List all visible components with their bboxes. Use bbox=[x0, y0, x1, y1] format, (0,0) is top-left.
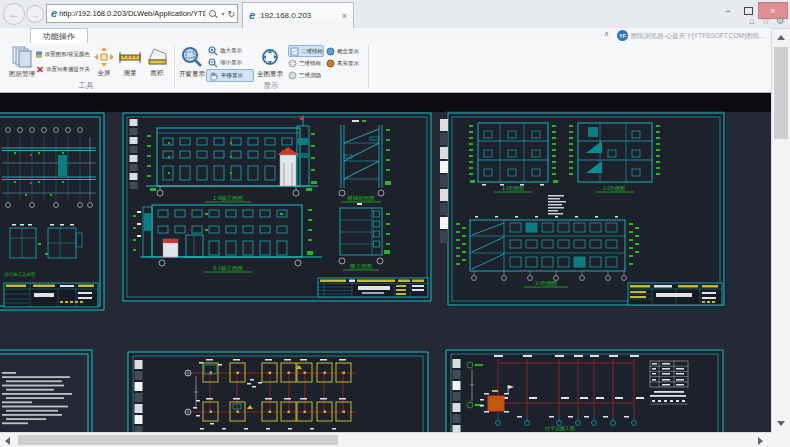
settings-gear-icon[interactable]: ⚙ bbox=[776, 15, 785, 26]
style-2d-wireframe-button[interactable]: 二维线框 bbox=[288, 45, 324, 57]
ribbon-separator bbox=[174, 45, 175, 89]
style-3d-hidden-label: 三维消隐 bbox=[299, 72, 321, 79]
set-osnap-label: 设置对象捕捉开关 bbox=[46, 66, 90, 73]
scroll-up-icon[interactable] bbox=[777, 35, 785, 40]
layer-manage-button[interactable]: 图层管理 bbox=[6, 45, 38, 79]
ribbon-tabstrip: 功能操作 ∧ YF 图纸浏览器-心蓝天下(YTFSSOFT.COM)图纸浏览控件… bbox=[0, 28, 771, 44]
tools-group-label: 工具 bbox=[0, 81, 172, 91]
window-zoom-icon bbox=[180, 45, 204, 69]
quick-icons: ⌂ ☆ ⚙ bbox=[749, 15, 785, 26]
browser-window: ← → e http://192.168.0.203/DLWeb/Applica… bbox=[0, 0, 790, 447]
area-icon bbox=[145, 46, 169, 68]
sheet-b-title-block bbox=[318, 278, 428, 297]
scroll-left-icon[interactable] bbox=[5, 437, 10, 445]
style-realistic-button[interactable]: 真实显示 bbox=[326, 58, 362, 69]
set-bg-color-button[interactable]: 设置图形/背景颜色 bbox=[36, 48, 90, 60]
snap-toggle-icon bbox=[36, 64, 44, 75]
style-3d-wireframe-button[interactable]: 三维线框 bbox=[288, 58, 324, 69]
fullscreen-button[interactable]: 全屏 bbox=[92, 46, 116, 78]
style-3d-hidden-button[interactable]: 三维消隐 bbox=[288, 70, 324, 81]
style-concept-button[interactable]: 概念显示 bbox=[326, 45, 362, 57]
style-concept-label: 概念显示 bbox=[337, 48, 359, 55]
style-realistic-icon bbox=[326, 59, 335, 68]
forward-button[interactable]: → bbox=[26, 5, 44, 23]
tab-close-icon[interactable]: × bbox=[340, 11, 349, 21]
style-3d-hidden-icon bbox=[288, 71, 297, 80]
sheet-c-title-block bbox=[628, 283, 722, 305]
favorites-star-icon[interactable]: ☆ bbox=[761, 15, 770, 26]
sheet-foundation-plan bbox=[128, 352, 428, 432]
zoom-in-label: 放大显示 bbox=[220, 47, 242, 54]
search-icon[interactable] bbox=[209, 10, 216, 17]
maximize-icon bbox=[744, 7, 753, 15]
brand-text: 图纸浏览器-心蓝天下(YTFSSOFT.COM)图纸浏览控件-试用版 bbox=[631, 32, 769, 41]
style-concept-icon bbox=[326, 47, 335, 56]
elevation-2-label: 9-1轴立面图 bbox=[213, 265, 243, 272]
ie-page-icon: e bbox=[51, 8, 57, 19]
canvas-top-band bbox=[0, 93, 771, 112]
pan-label: 平移显示 bbox=[221, 72, 243, 79]
zoom-in-button[interactable]: 放大显示 bbox=[208, 45, 252, 56]
sheet-elevations: 1-9轴立面图 楼梯剖面图 bbox=[122, 112, 432, 302]
pan-hand-icon bbox=[209, 71, 219, 81]
scroll-right-icon[interactable] bbox=[758, 437, 763, 445]
measure-label: 测量 bbox=[124, 69, 137, 78]
ribbon-collapse-icon[interactable]: ∧ bbox=[604, 30, 609, 38]
area-button[interactable]: 面积 bbox=[144, 46, 170, 78]
area-label: 面积 bbox=[151, 69, 164, 78]
forward-icon: → bbox=[30, 9, 40, 20]
window-zoom-label: 开窗显示 bbox=[179, 70, 205, 79]
back-icon: ← bbox=[8, 7, 20, 21]
ie-tab-icon: e bbox=[249, 10, 255, 21]
sheet-column-plan: 柱平法施工图 bbox=[446, 350, 723, 432]
refresh-icon[interactable]: ↻ bbox=[227, 9, 235, 19]
address-bar[interactable]: e http://192.168.0.203/DLWeb/Application… bbox=[46, 4, 238, 23]
set-osnap-button[interactable]: 设置对象捕捉开关 bbox=[36, 63, 90, 75]
vertical-scrollbar[interactable] bbox=[771, 29, 790, 432]
layer-manage-label: 图层管理 bbox=[9, 70, 35, 79]
browser-tab[interactable]: e 192.168.0.203 × bbox=[242, 2, 354, 28]
window-zoom-button[interactable]: 开窗显示 bbox=[178, 45, 206, 79]
zoom-out-icon bbox=[208, 58, 218, 68]
ribbon-separator bbox=[368, 45, 369, 89]
side-section-label: 侧立面图 bbox=[349, 263, 372, 270]
zoom-in-icon bbox=[208, 46, 218, 56]
column-plan-label: 柱平法施工图 bbox=[545, 425, 575, 432]
fit-view-icon bbox=[258, 45, 282, 69]
horizontal-scrollbar-thumb[interactable] bbox=[18, 435, 338, 445]
minimize-button[interactable]: − bbox=[718, 4, 738, 18]
section-3-label: 3-3剖面图 bbox=[535, 280, 557, 287]
sheet-a-note: 设计施工总说明 bbox=[4, 271, 36, 277]
fit-view-label: 全图显示 bbox=[257, 70, 283, 79]
style-2d-icon bbox=[290, 47, 299, 56]
measure-button[interactable]: 测量 bbox=[117, 46, 143, 78]
drawing-canvas[interactable]: 设计施工总说明 bbox=[0, 93, 771, 432]
home-icon[interactable]: ⌂ bbox=[749, 15, 755, 26]
zoom-out-label: 缩小显示 bbox=[220, 59, 242, 66]
back-button[interactable]: ← bbox=[3, 3, 25, 25]
url-text[interactable]: http://192.168.0.203/DLWeb/Application/Y… bbox=[59, 9, 205, 18]
style-2d-label: 二维线框 bbox=[301, 48, 323, 55]
vertical-scrollbar-thumb[interactable] bbox=[774, 47, 788, 139]
scroll-down-icon[interactable] bbox=[777, 421, 785, 426]
sheet-a-title-block bbox=[4, 283, 98, 307]
horizontal-scrollbar[interactable] bbox=[0, 432, 771, 447]
section-1-label: 1-1剖面图 bbox=[502, 185, 524, 192]
set-bg-color-label: 设置图形/背景颜色 bbox=[44, 51, 90, 58]
fullscreen-label: 全屏 bbox=[98, 69, 111, 78]
fullscreen-icon bbox=[93, 46, 115, 68]
sheet-plan-partial: 设计施工总说明 bbox=[0, 113, 104, 310]
elevation-1-label: 1-9轴立面图 bbox=[213, 195, 243, 202]
measure-ruler-icon bbox=[118, 46, 142, 68]
layers-icon bbox=[10, 45, 34, 69]
tab-title: 192.168.0.203 bbox=[260, 11, 340, 20]
section-2-label: 2-2剖面图 bbox=[603, 185, 625, 192]
brand-logo: YF bbox=[617, 30, 628, 41]
fit-view-button[interactable]: 全图显示 bbox=[256, 45, 284, 79]
zoom-out-button[interactable]: 缩小显示 bbox=[208, 57, 252, 68]
dropdown-icon[interactable]: ▾ bbox=[221, 10, 224, 17]
stair-section-label: 楼梯剖面图 bbox=[347, 195, 375, 202]
scrollbar-corner bbox=[771, 432, 790, 447]
bg-color-icon bbox=[36, 49, 42, 60]
tab-function-operations[interactable]: 功能操作 bbox=[30, 28, 88, 43]
